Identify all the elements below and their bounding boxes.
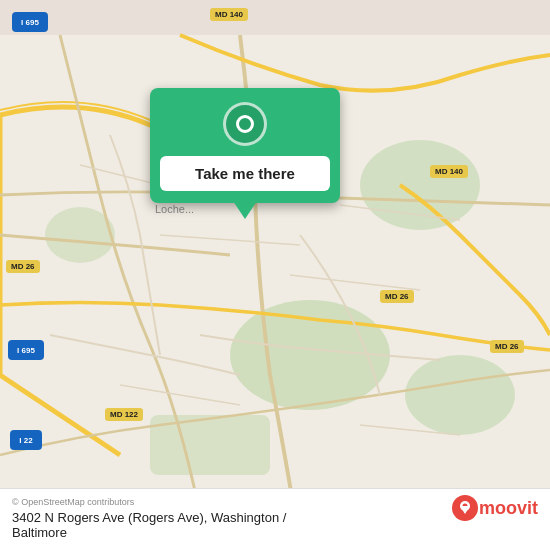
shield-i695-bottom-left: I 695 <box>8 340 44 360</box>
map-container: Loche... I 695 I 695 I 22 MD 26 MD 140 M… <box>0 0 550 550</box>
shield-i695-top-left: I 695 <box>12 12 48 32</box>
pin-area <box>150 88 340 156</box>
svg-point-2 <box>360 140 480 230</box>
pin-inner-circle <box>236 115 254 133</box>
shield-md140-top: MD 140 <box>210 8 248 21</box>
bottom-bar: © OpenStreetMap contributors 3402 N Roge… <box>0 488 550 550</box>
shield-md26-right-top: MD 26 <box>380 290 414 303</box>
pin-icon-circle <box>223 102 267 146</box>
map-svg: Loche... <box>0 0 550 550</box>
shield-md26-left: MD 26 <box>6 260 40 273</box>
shield-md122: MD 122 <box>105 408 143 421</box>
address-line2: Baltimore <box>12 525 286 540</box>
take-me-there-button[interactable]: Take me there <box>160 156 330 191</box>
svg-point-1 <box>230 300 390 410</box>
shield-md140-right: MD 140 <box>430 165 468 178</box>
address-line1: 3402 N Rogers Ave (Rogers Ave), Washingt… <box>12 510 286 525</box>
svg-text:Loche...: Loche... <box>155 203 194 215</box>
moovit-logo-icon <box>451 494 479 522</box>
shield-md26-right-bottom: MD 26 <box>490 340 524 353</box>
moovit-brand-name: moovit <box>479 498 538 519</box>
moovit-logo: moovit <box>451 494 538 522</box>
popup-tail <box>233 201 257 219</box>
location-popup: Take me there <box>150 88 340 203</box>
shield-i22: I 22 <box>10 430 42 450</box>
svg-point-3 <box>405 355 515 435</box>
